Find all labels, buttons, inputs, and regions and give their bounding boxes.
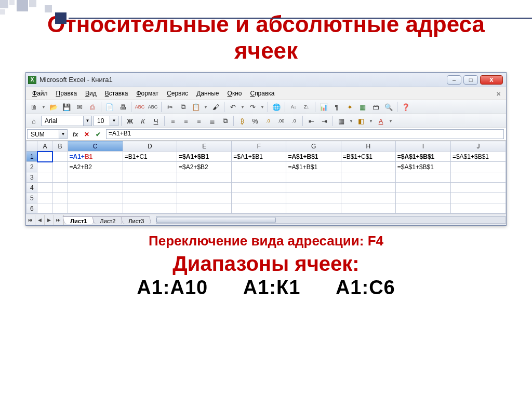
row-header-4[interactable]: 4 xyxy=(26,183,37,193)
pdf-export-icon[interactable]: ⎙ xyxy=(87,101,98,113)
remove-decimal-icon[interactable]: .0 xyxy=(288,115,300,127)
cell[interactable] xyxy=(395,193,450,203)
new-doc-icon[interactable]: 🗎 xyxy=(28,101,39,113)
chevron-down-icon[interactable]: ▼ xyxy=(110,116,118,126)
close-button[interactable]: X xyxy=(480,75,503,85)
sheet-tab-2[interactable]: Лист2 xyxy=(92,216,123,224)
cell[interactable] xyxy=(68,203,123,214)
tab-nav-prev-icon[interactable]: ◀ xyxy=(35,215,45,225)
page-preview-icon[interactable]: 📄 xyxy=(104,101,115,113)
help-icon[interactable]: ❓ xyxy=(400,101,411,113)
cell[interactable] xyxy=(450,172,506,183)
col-header-J[interactable]: J xyxy=(450,141,506,152)
chevron-down-icon[interactable]: ▼ xyxy=(83,116,91,126)
open-icon[interactable]: 📂 xyxy=(48,101,59,113)
formula-input[interactable]: =A1+B1 xyxy=(106,129,504,139)
merge-cells-icon[interactable]: ⧉ xyxy=(219,115,231,127)
menu-window[interactable]: Окно xyxy=(223,89,246,98)
cell[interactable] xyxy=(123,172,177,183)
col-header-H[interactable]: H xyxy=(341,141,395,152)
undo-icon[interactable]: ↶ xyxy=(227,101,238,113)
align-justify-icon[interactable]: ≣ xyxy=(206,115,218,127)
menu-help[interactable]: Справка xyxy=(246,89,278,98)
col-header-E[interactable]: E xyxy=(177,141,232,152)
fill-color-icon[interactable]: ◧ xyxy=(355,115,367,127)
cell-B1[interactable] xyxy=(52,152,68,162)
cell[interactable] xyxy=(123,183,177,193)
cut-icon[interactable]: ✂ xyxy=(164,101,176,113)
cell[interactable] xyxy=(286,193,341,203)
menu-edit[interactable]: Правка xyxy=(52,89,82,98)
spellcheck-abc-icon[interactable]: ABC xyxy=(134,101,145,113)
cell[interactable] xyxy=(286,183,341,193)
cell[interactable] xyxy=(395,183,450,193)
align-left-icon[interactable]: ≡ xyxy=(167,115,179,127)
cell[interactable] xyxy=(395,203,450,214)
tab-nav-next-icon[interactable]: ▶ xyxy=(45,215,54,225)
cell[interactable] xyxy=(123,193,177,203)
cell[interactable] xyxy=(450,193,506,203)
chart-icon[interactable]: 📊 xyxy=(318,101,329,113)
datasources-icon[interactable]: 🗃 xyxy=(370,101,381,113)
cell-I1[interactable]: =$A$1+$B$1 xyxy=(395,152,450,162)
decimal-format-icon[interactable]: .0 xyxy=(262,115,274,127)
styles-icon[interactable]: ⌂ xyxy=(28,115,39,127)
align-center-icon[interactable]: ≡ xyxy=(180,115,192,127)
paste-icon[interactable]: 📋 xyxy=(190,101,202,113)
function-wizard-icon[interactable]: fx xyxy=(71,130,80,139)
cell[interactable] xyxy=(395,172,450,183)
font-color-icon[interactable]: A xyxy=(375,115,387,127)
hyperlink-icon[interactable]: 🌐 xyxy=(271,101,282,113)
row-header-6[interactable]: 6 xyxy=(26,203,37,214)
cell[interactable] xyxy=(232,193,286,203)
cell-B2[interactable] xyxy=(52,162,68,172)
italic-icon[interactable]: К xyxy=(137,115,149,127)
cell[interactable] xyxy=(177,172,232,183)
underline-icon[interactable]: Ч xyxy=(150,115,162,127)
redo-icon[interactable]: ↷ xyxy=(247,101,258,113)
cell[interactable] xyxy=(37,203,52,214)
cell[interactable] xyxy=(232,183,286,193)
new-dropdown-icon[interactable]: ▼ xyxy=(41,105,46,109)
undo-dropdown-icon[interactable]: ▼ xyxy=(240,105,245,109)
horizontal-scrollbar[interactable] xyxy=(156,216,506,224)
cell[interactable] xyxy=(68,172,123,183)
print-icon[interactable]: 🖶 xyxy=(117,101,128,113)
save-icon[interactable]: 💾 xyxy=(61,101,72,113)
row-header-5[interactable]: 5 xyxy=(26,193,37,203)
cell-F2[interactable] xyxy=(232,162,286,172)
mail-icon[interactable]: ✉ xyxy=(74,101,85,113)
increase-indent-icon[interactable]: ⇥ xyxy=(318,115,330,127)
cell[interactable] xyxy=(232,172,286,183)
cell[interactable] xyxy=(177,203,232,214)
cell[interactable] xyxy=(341,203,395,214)
col-header-F[interactable]: F xyxy=(232,141,286,152)
doc-close-icon[interactable]: × xyxy=(493,89,504,98)
add-decimal-icon[interactable]: .00 xyxy=(275,115,287,127)
cell-G2[interactable]: =A$1+B$1 xyxy=(286,162,341,172)
cell[interactable] xyxy=(177,193,232,203)
cell[interactable] xyxy=(286,172,341,183)
sheet-tab-3[interactable]: Лист3 xyxy=(121,216,152,224)
navigator-icon[interactable]: ✦ xyxy=(344,101,355,113)
cell-G1[interactable]: =A$1+B$1 xyxy=(286,152,341,162)
zoom-icon[interactable]: 🔍 xyxy=(383,101,394,113)
menu-tools[interactable]: Сервис xyxy=(163,89,192,98)
sheet-tab-1[interactable]: Лист1 xyxy=(62,216,94,224)
row-header-1[interactable]: 1 xyxy=(26,152,37,162)
scrollbar-thumb[interactable] xyxy=(156,217,276,223)
cell[interactable] xyxy=(286,203,341,214)
bold-icon[interactable]: Ж xyxy=(124,115,136,127)
currency-icon[interactable]: ₿ xyxy=(236,115,248,127)
font-name-select[interactable]: Arial ▼ xyxy=(41,116,92,126)
cell[interactable] xyxy=(52,172,68,183)
format-brush-icon[interactable]: 🖌 xyxy=(210,101,221,113)
gallery-icon[interactable]: ▦ xyxy=(357,101,368,113)
row-header-2[interactable]: 2 xyxy=(26,162,37,172)
chevron-down-icon[interactable]: ▼ xyxy=(59,130,67,139)
sort-desc-icon[interactable]: Z↓ xyxy=(301,101,312,113)
fontcolor-dropdown-icon[interactable]: ▼ xyxy=(388,119,393,123)
align-right-icon[interactable]: ≡ xyxy=(193,115,205,127)
col-header-C[interactable]: C xyxy=(68,141,123,152)
cell[interactable] xyxy=(123,203,177,214)
